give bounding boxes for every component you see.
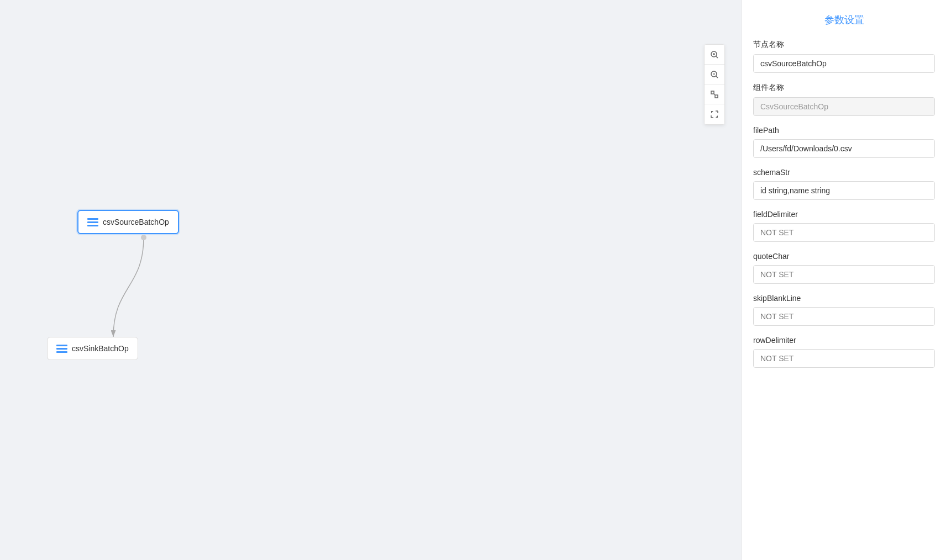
source-output-dot [141,235,146,240]
canvas[interactable]: csvSourceBatchOp csvSinkBatchOp [0,0,742,560]
panel-title: 参数设置 [753,13,935,27]
connection-path [113,237,144,337]
field-input-field-delimiter[interactable] [753,223,935,242]
right-panel: 参数设置 节点名称 组件名称 filePath schemaStr fieldD… [742,0,946,560]
node-source-label: csvSourceBatchOp [103,218,169,226]
field-label-component-name: 组件名称 [753,83,935,93]
field-input-schema-str[interactable] [753,181,935,200]
zoom-controls [704,44,725,125]
svg-rect-8 [711,91,714,94]
field-group-component-name: 组件名称 [753,83,935,116]
field-label-node-name: 节点名称 [753,40,935,50]
field-label-file-path: filePath [753,126,935,135]
node-sink-label: csvSinkBatchOp [72,344,129,353]
field-label-schema-str: schemaStr [753,168,935,177]
field-label-skip-blank-line: skipBlankLine [753,294,935,303]
field-label-quote-char: quoteChar [753,252,935,261]
field-group-row-delimiter: rowDelimiter [753,336,935,368]
reset-button[interactable] [705,104,724,124]
connector-svg [0,0,742,560]
svg-rect-9 [715,95,718,98]
node-sink[interactable]: csvSinkBatchOp [47,337,138,360]
svg-line-7 [716,76,718,78]
field-label-field-delimiter: fieldDelimiter [753,210,935,219]
field-group-schema-str: schemaStr [753,168,935,200]
field-input-row-delimiter[interactable] [753,349,935,368]
field-input-skip-blank-line[interactable] [753,307,935,326]
field-input-quote-char[interactable] [753,265,935,284]
zoom-out-button[interactable] [705,65,724,84]
svg-line-4 [716,56,718,58]
table-icon-source [87,216,98,228]
field-group-quote-char: quoteChar [753,252,935,284]
field-input-file-path[interactable] [753,139,935,158]
field-group-node-name: 节点名称 [753,40,935,73]
field-input-component-name [753,97,935,116]
field-group-file-path: filePath [753,126,935,158]
field-input-node-name[interactable] [753,54,935,73]
table-icon-sink [56,343,67,354]
node-source[interactable]: csvSourceBatchOp [77,210,179,234]
field-group-field-delimiter: fieldDelimiter [753,210,935,242]
svg-line-10 [714,94,715,95]
field-label-row-delimiter: rowDelimiter [753,336,935,345]
field-group-skip-blank-line: skipBlankLine [753,294,935,326]
zoom-in-button[interactable] [705,45,724,65]
fit-button[interactable] [705,84,724,104]
